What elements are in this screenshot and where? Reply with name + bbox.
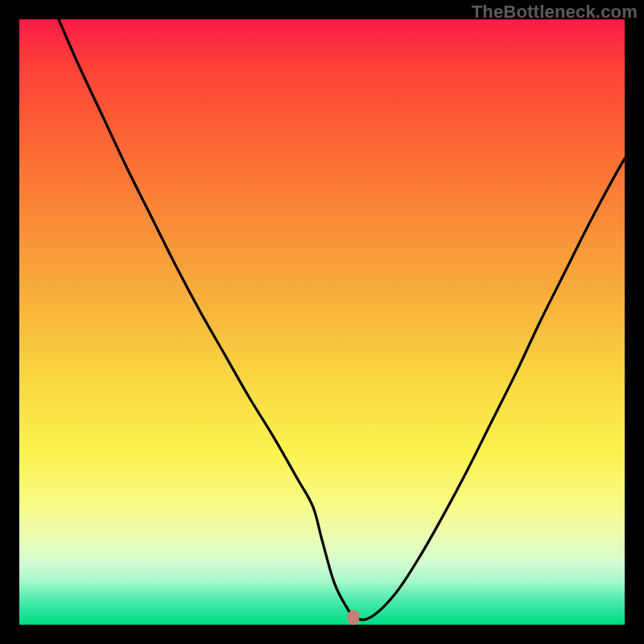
chart-container: TheBottleneck.com <box>0 0 644 644</box>
bottleneck-curve-path <box>59 19 625 620</box>
optimum-marker <box>348 609 360 625</box>
watermark-text: TheBottleneck.com <box>472 2 638 23</box>
curve-svg <box>19 19 625 625</box>
plot-area <box>19 19 625 625</box>
